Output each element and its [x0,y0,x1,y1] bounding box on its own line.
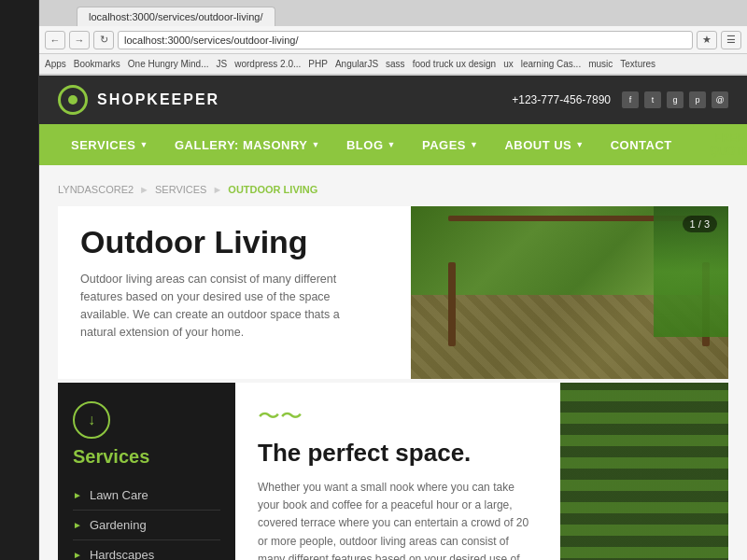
about-arrow: ▼ [575,140,584,149]
phone-number: +123-777-456-7890 [512,93,611,106]
browser-toolbar: ← → ↻ ★ ☰ [39,26,747,54]
breadcrumb-sep1: ► [139,184,149,195]
nav-about[interactable]: ABOUT US▼ [491,124,597,165]
logo-area: SHOPKEEPER [58,85,219,115]
hero-image-overlay [411,206,728,379]
bookmark-textures[interactable]: Textures [620,59,655,69]
bottom-section: ↓ Services ► Lawn Care ► Gardening ► Har… [58,383,728,560]
website: SHOPKEEPER +123-777-456-7890 f t g p @ S… [39,76,747,560]
header-right: +123-777-456-7890 f t g p @ [512,91,728,108]
service-lawn-label: Lawn Care [90,488,148,502]
service-hardscapes-label: Hardscapes [90,548,154,560]
refresh-button[interactable]: ↻ [93,31,114,49]
bookmark-foodtruck[interactable]: food truck ux design [413,59,497,69]
wave-decoration: 〜〜 [258,401,538,431]
forward-button[interactable]: → [69,31,90,49]
page-content: LYNDASCORE2 ► SERVICES ► OUTDOOR LIVING … [39,165,747,560]
main-content-area: 〜〜 The perfect space. Whether you want a… [235,383,560,560]
lawn-chevron: ► [73,490,82,500]
services-sidebar-icon: ↓ [73,401,110,439]
hero-description: Outdoor living areas can consist of many… [80,271,360,341]
facebook-icon[interactable]: f [622,91,639,108]
right-image [560,383,728,560]
menu-button[interactable]: ☰ [721,31,741,49]
hero-text-area: Outdoor Living Outdoor living areas can … [58,206,411,379]
bookmarks-bar: Apps Bookmarks One Hungry Mind... JS wor… [39,54,747,75]
nav-gallery[interactable]: GALLERY: MASONRY▼ [162,124,333,165]
bookmark-php[interactable]: PHP [308,59,328,69]
hero-image: 1 / 3 [411,206,728,379]
pages-arrow: ▼ [470,140,478,149]
service-gardening-label: Gardening [90,518,147,532]
email-icon[interactable]: @ [712,91,728,108]
gardening-chevron: ► [73,520,82,530]
bookmark-hungry[interactable]: One Hungry Mind... [128,59,209,69]
services-arrow: ▼ [140,140,148,149]
nav-services[interactable]: SERVICES▼ [58,124,162,165]
pinterest-icon[interactable]: p [689,91,706,108]
bookmark-sass[interactable]: sass [386,59,405,69]
slide-counter: 1 / 3 [683,216,717,232]
browser-chrome: localhost:3000/services/outdoor-living/ … [39,0,747,76]
bookmark-music[interactable]: music [588,59,613,69]
nav-contact[interactable]: CONTACT [598,124,685,165]
section-description: Whether you want a small nook where you … [258,479,538,560]
free-quote-button[interactable]: FREE QUOTE [693,124,747,165]
breadcrumb-home[interactable]: LYNDASCORE2 [58,184,134,195]
pergola-post-left [448,262,456,346]
bookmark-angular[interactable]: AngularJS [335,59,378,69]
right-image-visual [560,383,728,560]
service-item-lawn[interactable]: ► Lawn Care [73,481,220,511]
google-icon[interactable]: g [667,91,684,108]
bookmark-bookmarks[interactable]: Bookmarks [74,59,120,69]
service-item-gardening[interactable]: ► Gardening [73,511,220,540]
social-icons: f t g p @ [622,91,728,108]
back-button[interactable]: ← [45,31,65,49]
logo-text: SHOPKEEPER [97,91,219,108]
twitter-icon[interactable]: t [644,91,661,108]
site-header: SHOPKEEPER +123-777-456-7890 f t g p @ [39,76,747,124]
breadcrumb-services[interactable]: SERVICES [155,184,206,195]
hardscapes-chevron: ► [73,550,82,560]
active-tab[interactable]: localhost:3000/services/outdoor-living/ [77,7,275,26]
service-item-hardscapes[interactable]: ► Hardscapes [73,540,220,560]
services-sidebar: ↓ Services ► Lawn Care ► Gardening ► Har… [58,383,235,560]
breadcrumb: LYNDASCORE2 ► SERVICES ► OUTDOOR LIVING [58,184,728,195]
breadcrumb-current: OUTDOOR LIVING [228,184,317,195]
section-title: The perfect space. [258,439,538,468]
browser-tabs: localhost:3000/services/outdoor-living/ [39,0,747,26]
services-sidebar-title: Services [73,446,220,468]
blog-arrow: ▼ [388,140,396,149]
nav-pages[interactable]: PAGES▼ [409,124,491,165]
hero-section: Outdoor Living Outdoor living areas can … [58,206,728,379]
logo-icon [58,85,88,115]
bookmark-button[interactable]: ★ [697,31,717,49]
bookmark-learning[interactable]: learning Cas... [521,59,581,69]
nav-blog[interactable]: BLOG▼ [333,124,409,165]
bookmark-js[interactable]: JS [217,59,228,69]
address-bar[interactable] [118,31,693,49]
bookmark-wp[interactable]: wordpress 2.0... [234,59,301,69]
logo-inner-dot [68,95,78,105]
site-navigation: SERVICES▼ GALLERY: MASONRY▼ BLOG▼ PAGES▼… [39,124,747,165]
page-title: Outdoor Living [80,225,388,259]
tab-label: localhost:3000/services/outdoor-living/ [89,11,263,22]
code-editor-sidebar [0,0,39,560]
bookmark-apps[interactable]: Apps [45,59,66,69]
bookmark-ux[interactable]: ux [503,59,514,69]
gallery-arrow: ▼ [312,140,320,149]
breadcrumb-sep2: ► [212,184,222,195]
